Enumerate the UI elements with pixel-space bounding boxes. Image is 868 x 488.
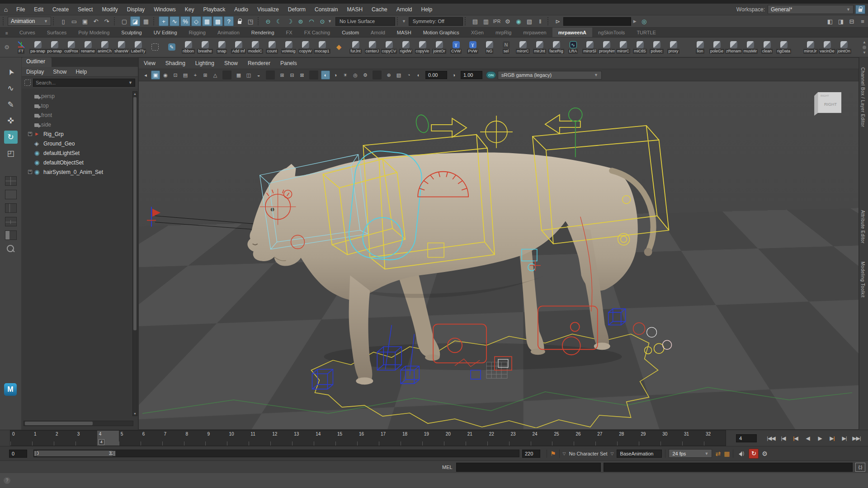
tool-settings-toggle-icon[interactable]: ◧ (825, 16, 835, 26)
outliner-tab[interactable]: Outliner (22, 57, 52, 67)
camera-lock-icon[interactable]: ◉ (161, 70, 170, 80)
render-settings-icon[interactable]: ⚙ (503, 16, 513, 26)
grip-handle[interactable] (114, 17, 117, 25)
frame-tick[interactable]: 31 (682, 431, 704, 446)
home-icon[interactable]: ⌂ (0, 6, 12, 13)
range-slider-track[interactable]: 0 32 (33, 450, 519, 457)
menu-item[interactable]: MASH (342, 4, 367, 15)
frame-tick[interactable]: 0 (10, 431, 32, 446)
shelf-tab[interactable]: Animation (212, 28, 245, 37)
layout-outliner-persp-button[interactable] (5, 230, 17, 240)
symmetry-field[interactable]: Symmetry: Off (409, 17, 463, 26)
auto-keyframe-button[interactable]: ↻ (749, 449, 759, 459)
shelf-button[interactable]: vacinDe (819, 41, 835, 54)
frame-ruler[interactable]: 0123445678910111213141516171819202122232… (10, 430, 726, 446)
selection-input[interactable] (563, 17, 631, 26)
exposure-icon[interactable]: ◐ (414, 70, 423, 80)
playback-loop-icon[interactable]: ⇄ (715, 450, 721, 457)
shelf-button[interactable]: snap (213, 41, 230, 54)
menu-item[interactable]: Create (48, 4, 73, 15)
filter-icon[interactable] (24, 80, 31, 86)
shadows-icon[interactable]: ⊟ (288, 70, 297, 80)
frame-tick[interactable]: 13 (292, 431, 314, 446)
menu-item[interactable]: Windows (149, 4, 180, 15)
shelf-tab[interactable]: mrpaweenA (552, 28, 592, 37)
gamma-field[interactable]: 1.00 (461, 71, 482, 79)
viewport-3d-view[interactable]: RIGHT RIGHT (139, 81, 859, 429)
outliner-menu-item[interactable]: Display (22, 69, 48, 75)
shelf-tab[interactable]: Poly Modeling (72, 28, 115, 37)
viewport-icon[interactable] (222, 70, 231, 80)
shelf-tab[interactable]: Custom (336, 28, 365, 37)
forward-arrow-control[interactable] (431, 118, 467, 137)
snap-projected-center-icon[interactable]: ◇ (191, 16, 201, 26)
range-end-handle[interactable] (113, 450, 116, 456)
chevron-down-icon[interactable]: ▼ (133, 412, 137, 415)
shelf-button[interactable]: rigidW (397, 41, 414, 54)
selection-input-icon[interactable]: ⊳ (553, 16, 563, 26)
frame-tick[interactable]: 5 (119, 431, 141, 446)
ao-icon[interactable]: ⊠ (297, 70, 307, 80)
shelf-button[interactable]: modelC (247, 41, 264, 54)
shelf-button[interactable]: pa-snap (29, 41, 46, 54)
exposure-toggle-icon[interactable]: ◔ (404, 70, 413, 80)
highlight-selection-icon[interactable]: ◳ (245, 16, 255, 26)
outliner-horizontal-scrollbar[interactable] (24, 421, 133, 426)
menu-item[interactable]: Cache (367, 4, 392, 15)
snap-curve-icon[interactable]: ∿ (170, 16, 179, 26)
shelf-button[interactable]: ribbon (180, 41, 197, 54)
xray-icon[interactable]: ◎ (351, 70, 360, 80)
shelf-tab[interactable]: mrpaween (517, 28, 552, 37)
frame-tick[interactable]: 30 (660, 431, 682, 446)
expand-icon[interactable] (28, 151, 32, 155)
anim-layer-field[interactable]: BaseAnimation (617, 450, 662, 458)
shelf-item-paint-weights[interactable] (163, 43, 180, 51)
grip-handle[interactable] (153, 17, 156, 25)
menu-item[interactable]: Arnold (392, 4, 417, 15)
save-scene-icon[interactable]: ▣ (80, 16, 90, 26)
layout-single-pane-button[interactable] (5, 190, 17, 199)
film-gate-icon[interactable]: ⊡ (171, 70, 180, 80)
shelf-tab[interactable]: Surfaces (41, 28, 72, 37)
chevron-down-icon[interactable]: ▼ (402, 19, 406, 23)
attribute-editor-toggle-icon[interactable]: ◨ (836, 16, 846, 26)
shelf-button[interactable]: po-snap (46, 41, 63, 54)
lasso-select-tool[interactable]: ∿ (4, 82, 18, 95)
shelf-tab[interactable]: ngSkinTools (592, 28, 631, 37)
search-history-icon[interactable]: ◎ (639, 16, 649, 26)
construction-history-icon[interactable]: ☽ (285, 16, 295, 26)
viewport-icon[interactable] (266, 70, 275, 80)
animation-preferences-icon[interactable]: ⚙ (762, 450, 768, 457)
current-frame-field[interactable]: 4 (736, 434, 757, 442)
snap-grid-icon[interactable]: + (159, 16, 169, 26)
viewport-menu-item[interactable]: Panels (275, 60, 302, 66)
shelf-button[interactable]: animCh (96, 41, 113, 54)
shelf-button[interactable]: copyCV (381, 41, 397, 54)
frame-tick[interactable]: 14 (314, 431, 335, 446)
shelf-button[interactable]: CVW (448, 41, 464, 54)
shelf-button[interactable]: mirJnt (531, 41, 548, 54)
lighting-flat-icon[interactable]: ◑ (331, 70, 340, 80)
shelf-item-FT[interactable]: FT (13, 41, 29, 54)
expand-icon[interactable] (28, 122, 32, 127)
shaded-icon[interactable]: ◫ (244, 70, 253, 80)
expand-icon[interactable] (28, 132, 32, 136)
exposure-field[interactable]: 0.00 (425, 71, 447, 79)
frame-tick[interactable]: 23 (509, 431, 531, 446)
move-tool[interactable]: ✜ (4, 114, 18, 127)
live-surface-field[interactable]: No Live Surface (335, 17, 395, 26)
frame-tick[interactable]: 3 (75, 431, 97, 446)
frame-tick[interactable]: 2 (54, 431, 75, 446)
snap-view-plane-icon[interactable]: ▦ (202, 16, 212, 26)
step-forward-key-button[interactable]: ▶| (826, 435, 838, 441)
tab-modeling-toolkit[interactable]: Modeling Toolkit (860, 262, 865, 298)
shelf-item-mocap[interactable] (330, 43, 347, 51)
default-light-icon[interactable]: ☀ (341, 70, 350, 80)
chevron-up-icon[interactable]: ▲ (863, 40, 866, 44)
lock-selection-icon[interactable] (235, 16, 245, 26)
playback-range[interactable]: 0 32 (34, 450, 116, 456)
tail-red-ring[interactable] (633, 323, 645, 334)
white-ring-control[interactable] (647, 327, 657, 337)
render-current-frame-icon[interactable]: ▥ (481, 16, 491, 26)
textured-icon[interactable]: ◒ (254, 70, 263, 80)
